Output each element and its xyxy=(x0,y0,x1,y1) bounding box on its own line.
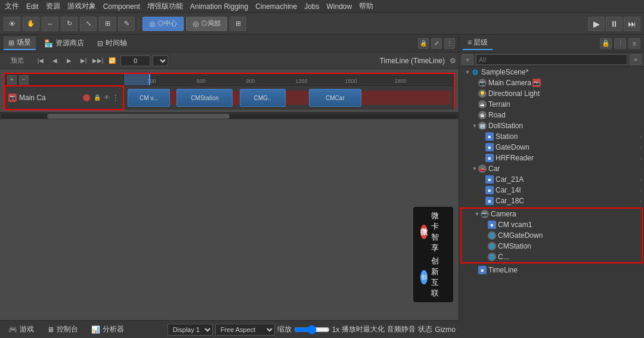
move-btn[interactable]: ↔ xyxy=(42,17,58,31)
menu-window[interactable]: Window xyxy=(327,2,352,11)
menu-assets[interactable]: 资源 xyxy=(46,1,60,11)
menu-component[interactable]: Component xyxy=(103,2,140,11)
lock-btn[interactable]: 🔒 xyxy=(418,38,429,49)
item-samplescene[interactable]: ▼ 🌐 SampleScene* xyxy=(459,67,644,77)
camera-icon: 📷 xyxy=(478,79,487,87)
hierarchy-lock[interactable]: 🔒 xyxy=(600,38,612,49)
zoom-label: 缩放 xyxy=(277,324,292,334)
display-select[interactable]: Display 1 xyxy=(168,324,213,336)
ruler-mark-1200: 1200 xyxy=(296,78,308,84)
play-button[interactable]: ▶ xyxy=(588,17,605,31)
hand-btn[interactable]: ✋ xyxy=(23,17,39,31)
item-car18c[interactable]: ▶ ■ Car_18C › xyxy=(459,196,644,206)
track-lock-btn[interactable]: 🔒 xyxy=(92,93,102,103)
step-button[interactable]: ⏭ xyxy=(624,17,640,31)
clip-cmg[interactable]: CMG.. xyxy=(240,89,286,107)
search-options-btn[interactable]: + xyxy=(630,54,642,65)
add-track-btn[interactable]: + xyxy=(7,75,17,85)
frame-select[interactable] xyxy=(153,55,168,66)
menu-jobs[interactable]: Jobs xyxy=(304,2,319,11)
item-station[interactable]: ▶ ■ Station › xyxy=(459,131,644,142)
track-eye-btn[interactable]: 👁 xyxy=(102,93,112,103)
tc-end[interactable]: ▶▶| xyxy=(92,55,104,67)
gizmo-label[interactable]: Gizmo xyxy=(435,325,456,334)
menu-help[interactable]: 帮助 xyxy=(359,1,373,11)
item-cmvcam1[interactable]: ▶ ■ CM vcam1 xyxy=(462,219,642,230)
tab-assets[interactable]: 🏪 资源商店 xyxy=(39,37,89,49)
center-btn[interactable]: ◎ ◎中心 xyxy=(143,17,184,31)
tc-start[interactable]: |◀ xyxy=(35,55,47,67)
camera-group-icon: 📷 xyxy=(481,210,489,218)
hierarchy-more[interactable]: ⋮ xyxy=(614,38,626,49)
menu-enhanced[interactable]: 增强版功能 xyxy=(147,1,183,11)
hierarchy-label: 层级 xyxy=(473,38,488,46)
clip-cmcar[interactable]: CMCar xyxy=(309,89,361,107)
gatedown-icon: ■ xyxy=(485,143,494,151)
clip-cmstation[interactable]: CMStation xyxy=(177,89,233,107)
state-label[interactable]: 状态 xyxy=(418,324,432,334)
menu-cinemachine[interactable]: Cinemachine xyxy=(255,2,297,11)
clip-cmv[interactable]: CM v... xyxy=(128,89,171,107)
tab-timeline[interactable]: ⊟ 时间轴 xyxy=(92,37,132,49)
extra-btn[interactable]: ✎ xyxy=(118,17,135,31)
main-camera-track-label[interactable]: 📷 Main Ca 🔒 👁 ⋮ xyxy=(5,86,123,110)
transform-btn[interactable]: ⊞ xyxy=(99,17,116,31)
item-car21a[interactable]: ▶ ■ Car_21A › xyxy=(459,174,644,185)
frame-input[interactable] xyxy=(120,55,150,66)
item-timeline[interactable]: ▶ ■ TimeLine xyxy=(459,265,644,275)
item-hrfreader[interactable]: ▶ ■ HRFReader › xyxy=(459,153,644,163)
sep1 xyxy=(138,18,139,30)
item-directionallight[interactable]: ▶ 💡 Directional Light xyxy=(459,88,644,99)
pause-button[interactable]: ⏸ xyxy=(606,17,623,31)
grid-btn[interactable]: ⊞ xyxy=(230,17,246,31)
tc-loop[interactable]: 🔁 xyxy=(106,55,118,67)
item-cmgatedown[interactable]: ▶ 🌐 CMGateDown xyxy=(462,230,642,241)
item-car14i[interactable]: ▶ ■ Car_14I › xyxy=(459,185,644,196)
game-label: 游戏 xyxy=(20,324,34,334)
more-btn[interactable]: ⋮ xyxy=(444,38,455,49)
tab-console[interactable]: 🖥 控制台 xyxy=(42,323,83,336)
search-input[interactable] xyxy=(476,54,627,65)
remove-track-btn[interactable]: − xyxy=(19,75,29,85)
local-btn[interactable]: ◎ ◎局部 xyxy=(186,17,227,31)
maximize-label[interactable]: 播放时最大化 xyxy=(342,324,385,334)
item-dollstation[interactable]: ▼ 🏢 DollStation xyxy=(459,120,644,131)
scrollbar-thumb[interactable] xyxy=(47,114,230,119)
eye-btn[interactable]: 👁 xyxy=(4,17,20,31)
item-car[interactable]: ▼ 🚗 Car xyxy=(459,163,644,174)
scale-btn[interactable]: ⤡ xyxy=(80,17,97,31)
item-gatedown[interactable]: ▶ ■ GateDown › xyxy=(459,142,644,153)
item-terrain[interactable]: ▶ ⛰ Terrain xyxy=(459,99,644,110)
tab-game[interactable]: 🎮 游戏 xyxy=(4,323,39,336)
track-menu-btn[interactable]: ⋮ xyxy=(112,93,120,103)
local-icon: ◎ xyxy=(193,20,199,28)
menu-edit[interactable]: Edit xyxy=(26,2,39,11)
hierarchy-tab-extra[interactable]: ≡ xyxy=(628,38,640,49)
profiler-label: 分析器 xyxy=(103,324,124,334)
settings-icon[interactable]: ⚙ xyxy=(450,57,456,65)
menu-file[interactable]: 文件 xyxy=(5,1,19,11)
item-camera[interactable]: ▼ 📷 Camera xyxy=(462,209,642,219)
timeline-scrollbar[interactable] xyxy=(0,112,459,119)
audio-label[interactable]: 音频静音 xyxy=(387,324,416,334)
tab-profiler[interactable]: 📊 分析器 xyxy=(86,323,129,336)
tc-prev[interactable]: ◀ xyxy=(49,55,61,67)
preview-toggle[interactable]: 预览 xyxy=(2,55,32,67)
tc-next[interactable]: ▶| xyxy=(78,55,89,67)
maximize-btn[interactable]: ⤢ xyxy=(431,38,442,49)
scrollbar-track[interactable] xyxy=(1,114,457,119)
rotate-btn[interactable]: ↻ xyxy=(61,17,78,31)
menu-gameobject[interactable]: 游戏对象 xyxy=(67,1,96,11)
tab-scene[interactable]: ⊞ 场景 xyxy=(4,36,36,50)
aspect-select[interactable]: Free Aspect xyxy=(215,324,275,336)
menu-animation-rigging[interactable]: Animation Rigging xyxy=(190,2,248,11)
zoom-slider[interactable] xyxy=(294,325,330,334)
tc-play[interactable]: ▶ xyxy=(63,55,75,67)
add-gameobject-btn[interactable]: + xyxy=(462,54,473,65)
watermark-logo: 微 xyxy=(420,225,428,239)
item-cdots[interactable]: ▶ 🌐 C... xyxy=(462,252,642,262)
item-cmstation-h[interactable]: ▶ 🌐 CMStation xyxy=(462,241,642,252)
tab-hierarchy[interactable]: ≡ 层级 xyxy=(463,36,493,50)
item-road[interactable]: ▶ 🛣 Road xyxy=(459,110,644,120)
item-maincamera[interactable]: ▶ 📷 Main Camera 📷 xyxy=(459,77,644,88)
